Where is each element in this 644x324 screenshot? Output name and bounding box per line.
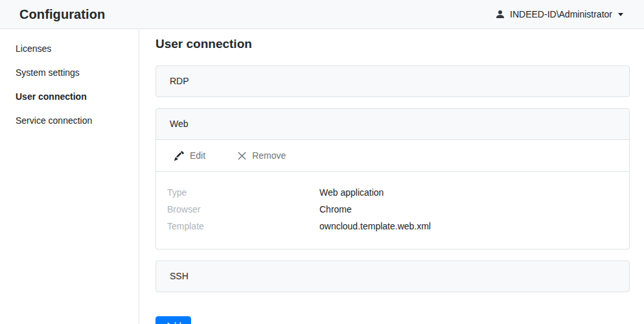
sidebar-item-user-connection[interactable]: User connection [0,85,139,109]
sidebar-item-service-connection[interactable]: Service connection [0,109,139,133]
sidebar-item-licenses[interactable]: Licenses [0,37,139,61]
x-icon [238,152,246,160]
caret-down-icon [618,13,623,16]
detail-value: Chrome [319,201,352,218]
edit-button[interactable]: Edit [169,146,211,165]
page-title: User connection [155,36,630,52]
layout: Licenses System settings User connection… [0,29,644,324]
section-web[interactable]: Web [155,108,630,140]
section-rdp-label: RDP [170,76,189,86]
detail-value: owncloud.template.web.xml [319,218,431,235]
user-menu[interactable]: INDEED-ID\Administrator [495,9,623,19]
section-rdp[interactable]: RDP [155,65,630,97]
user-name: INDEED-ID\Administrator [510,9,612,19]
section-web-label: Web [170,119,189,129]
detail-label: Type [167,184,319,201]
sidebar-item-system-settings[interactable]: System settings [0,61,139,85]
detail-value: Web application [319,184,384,201]
app-header: Configuration INDEED-ID\Administrator [0,0,644,29]
app-title: Configuration [19,7,105,22]
remove-button-label: Remove [252,149,286,162]
section-ssh[interactable]: SSH [155,260,630,292]
pencil-icon [174,151,184,161]
web-details: Type Web application Browser Chrome Temp… [155,172,630,249]
remove-button[interactable]: Remove [233,146,291,165]
detail-row-browser: Browser Chrome [167,201,616,218]
section-ssh-label: SSH [170,271,189,281]
section-web-group: Web Edit Re [155,108,630,249]
web-toolbar: Edit Remove [155,140,630,172]
person-icon [495,9,505,19]
detail-row-template: Template owncloud.template.web.xml [167,218,616,235]
add-button[interactable]: Add [155,316,191,324]
edit-button-label: Edit [190,149,205,162]
main-content: User connection RDP Web Edit [139,29,644,324]
detail-label: Browser [167,201,319,218]
sidebar: Licenses System settings User connection… [0,29,139,324]
detail-row-type: Type Web application [167,184,616,201]
detail-label: Template [167,218,319,235]
